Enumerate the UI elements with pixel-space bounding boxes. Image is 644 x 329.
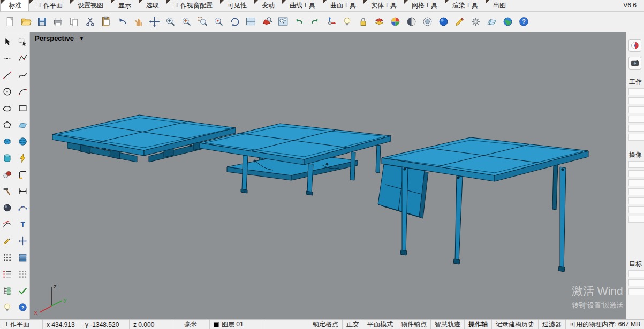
polygon-tool-button[interactable] <box>0 118 14 132</box>
units-button[interactable]: 毫米 <box>172 320 210 329</box>
properties-tab-button[interactable] <box>628 39 641 52</box>
visibility-lamp-button[interactable] <box>340 14 354 29</box>
camera-tab-button[interactable] <box>628 57 641 70</box>
status-toggle-3[interactable]: 平面模式 <box>363 320 397 329</box>
cut-button[interactable] <box>83 14 97 29</box>
boolean-tool-button[interactable] <box>16 151 29 165</box>
viewport-title[interactable]: Perspective ▼ <box>35 34 84 42</box>
cplane-button[interactable]: 工作平面 <box>0 320 43 329</box>
pencil-tool-button[interactable] <box>0 234 14 248</box>
list-tool-button[interactable] <box>0 267 14 281</box>
pan-hand-button[interactable] <box>131 14 146 29</box>
redo-view-button[interactable] <box>308 14 322 29</box>
print-button[interactable] <box>51 14 65 29</box>
world-view-button[interactable] <box>501 14 515 29</box>
panel-field[interactable] <box>628 170 644 177</box>
menu-tab-7[interactable]: 可见性 <box>219 0 254 11</box>
zoom-button[interactable] <box>163 14 178 29</box>
gumball-button[interactable] <box>324 14 338 29</box>
menu-tab-1[interactable]: 标准 <box>0 0 29 11</box>
osnap-tool-button[interactable] <box>0 167 14 181</box>
status-toggle-5[interactable]: 智慧轨迹 <box>431 320 465 329</box>
rotate-view-button[interactable] <box>228 14 242 29</box>
panel-field[interactable] <box>628 279 644 286</box>
line-tool-button[interactable] <box>0 68 14 82</box>
panel-field[interactable] <box>628 125 644 132</box>
panel-field[interactable] <box>628 216 644 223</box>
menu-tab-11[interactable]: 实体工具 <box>363 0 404 11</box>
layer-button[interactable]: 图层 01 <box>210 320 264 329</box>
sphere-tool-button[interactable] <box>16 134 29 148</box>
panel-field[interactable] <box>628 288 644 295</box>
layer-tool-button[interactable] <box>16 250 29 264</box>
options-gear-button[interactable] <box>468 14 483 29</box>
menu-tab-3[interactable]: 设置视图 <box>70 0 110 11</box>
dimension-tool-button[interactable] <box>16 184 29 198</box>
fillet-tool-button[interactable] <box>16 167 29 181</box>
viewport-layout-button[interactable] <box>244 14 258 29</box>
panel-field[interactable] <box>628 197 644 204</box>
status-toggle-7[interactable]: 记录建构历史 <box>492 320 539 329</box>
point-tool-button[interactable] <box>0 51 14 65</box>
pan-view-button[interactable] <box>147 14 162 29</box>
status-toggle-4[interactable]: 物件锁点 <box>397 320 431 329</box>
panel-field[interactable] <box>628 134 644 141</box>
color-wheel-button[interactable] <box>388 14 403 29</box>
menu-tab-6[interactable]: 工作视窗配置 <box>166 0 219 11</box>
status-toggle-8[interactable]: 过滤器 <box>539 320 566 329</box>
cylinder-tool-button[interactable] <box>0 151 14 165</box>
cplane-tool-button[interactable] <box>484 14 499 29</box>
check-tool-button[interactable] <box>16 284 29 297</box>
tree-tool-button[interactable] <box>0 284 14 297</box>
menu-tab-8[interactable]: 变动 <box>254 0 282 11</box>
zoom-extents-all-button[interactable] <box>276 14 290 29</box>
menu-tab-14[interactable]: 出图 <box>485 0 513 11</box>
text-tool-button[interactable]: T <box>16 217 29 231</box>
marquee-select-tool-button[interactable] <box>16 35 29 49</box>
zoom-window-button[interactable] <box>195 14 210 29</box>
rendered-display-button[interactable] <box>436 14 451 29</box>
rectangle-tool-button[interactable] <box>16 101 29 115</box>
panel-field[interactable] <box>628 188 644 195</box>
tangent-tool-button[interactable] <box>0 217 14 231</box>
arc-tool-button[interactable] <box>16 85 29 98</box>
ghosted-display-button[interactable] <box>420 14 435 29</box>
paste-button[interactable] <box>99 14 113 29</box>
box-tool-button[interactable] <box>0 134 14 148</box>
zoom-extents-button[interactable] <box>260 14 274 29</box>
status-toggle-1[interactable]: 锁定格点 <box>309 320 343 329</box>
panel-field[interactable] <box>628 88 644 95</box>
ellipse-tool-button[interactable] <box>0 101 14 115</box>
panel-field[interactable] <box>628 106 644 113</box>
menu-tab-4[interactable]: 显示 <box>110 0 138 11</box>
menu-tab-13[interactable]: 渲染工具 <box>444 0 485 11</box>
lock-button[interactable] <box>356 14 370 29</box>
panel-field[interactable] <box>628 179 644 186</box>
polyline-tool-button[interactable] <box>16 51 29 65</box>
open-file-button[interactable] <box>19 14 33 29</box>
status-toggle-6[interactable]: 操作轴 <box>465 320 492 329</box>
grid-tool-button[interactable] <box>16 267 29 281</box>
undo-view-button[interactable] <box>292 14 306 29</box>
circle-tool-button[interactable] <box>0 85 14 98</box>
table-model-open[interactable] <box>378 137 588 272</box>
plane-surface-tool-button[interactable] <box>16 118 29 132</box>
layer-state-button[interactable] <box>372 14 387 29</box>
lamp-tool-button[interactable] <box>0 300 14 314</box>
annotate-pen-button[interactable] <box>452 14 467 29</box>
new-file-button[interactable] <box>3 14 17 29</box>
trim-tool-button[interactable] <box>0 184 14 198</box>
copy-to-clipboard-button[interactable] <box>67 14 81 29</box>
move-tool-button[interactable] <box>16 234 29 248</box>
array-tool-button[interactable] <box>0 250 14 264</box>
panel-field[interactable] <box>628 270 644 277</box>
menu-tab-10[interactable]: 曲面工具 <box>322 0 363 11</box>
menu-tab-5[interactable]: 选取 <box>138 0 166 11</box>
menu-tab-12[interactable]: 网格工具 <box>404 0 444 11</box>
save-file-button[interactable] <box>35 14 49 29</box>
shade-tool-button[interactable] <box>0 201 14 215</box>
panel-field[interactable] <box>628 206 644 213</box>
menu-tab-9[interactable]: 曲线工具 <box>282 0 322 11</box>
viewport-menu-arrow-icon[interactable]: ▼ <box>77 36 84 41</box>
shaded-display-button[interactable] <box>404 14 419 29</box>
